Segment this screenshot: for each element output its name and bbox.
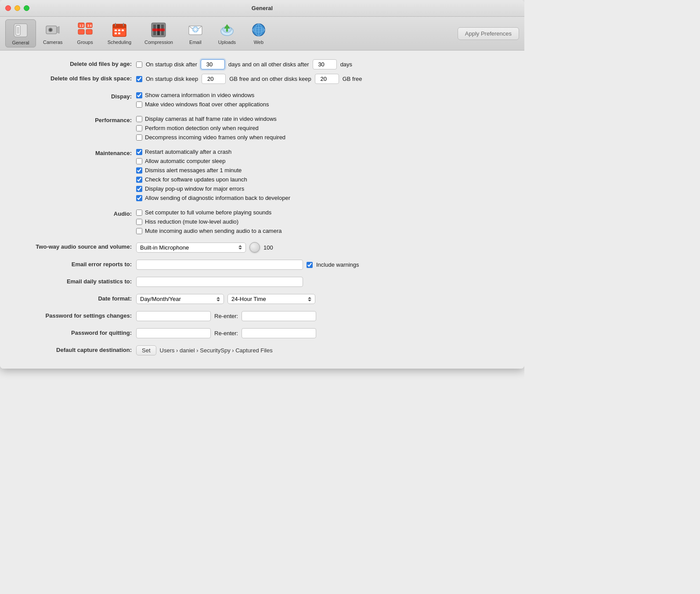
tab-web-label: Web xyxy=(254,40,263,45)
display-option-0: Show camera information in video windows xyxy=(136,92,269,98)
password-quit-reenter-input[interactable] xyxy=(242,328,316,338)
audio-checkbox-2[interactable] xyxy=(136,228,142,234)
two-way-audio-select[interactable]: Built-in Microphone External Microphone … xyxy=(136,243,246,253)
display-checkbox-0[interactable] xyxy=(136,92,142,98)
display-checkbox-1[interactable] xyxy=(136,101,142,108)
tab-uploads[interactable]: Uploads xyxy=(212,19,242,47)
tab-general[interactable]: General xyxy=(5,19,36,47)
capture-dest-controls: Set Users › daniel › SecuritySpy › Captu… xyxy=(136,345,273,355)
password-quit-reenter-label: Re-enter: xyxy=(214,330,238,337)
email-error-row: Email error reports to: Include warnings xyxy=(13,260,511,270)
delete-age-checkbox[interactable] xyxy=(136,62,142,68)
capture-dest-set-button[interactable]: Set xyxy=(136,345,156,355)
audio-volume-slider[interactable] xyxy=(249,242,260,253)
tab-groups[interactable]: 1 2 3 4 Groups xyxy=(70,19,101,47)
email-stats-controls xyxy=(136,277,303,287)
password-settings-label: Password for settings changes: xyxy=(13,311,136,319)
delete-space-middle: GB free and on other disks keep xyxy=(229,76,311,82)
delete-age-row: Delete old files by age: On startup disk… xyxy=(13,59,511,69)
audio-option-0-label: Set computer to full volume before playi… xyxy=(145,209,271,216)
performance-option-2-label: Decompress incoming video frames only wh… xyxy=(145,134,285,141)
two-way-audio-label: Two-way audio source and volume: xyxy=(13,242,136,250)
display-label: Dispay: xyxy=(13,92,136,100)
date-format-row: Date format: Day/Month/Year Month/Day/Ye… xyxy=(13,294,511,304)
password-settings-input[interactable] xyxy=(136,311,211,321)
email-stats-input[interactable] xyxy=(136,277,303,287)
delete-age-label: Delete old files by age: xyxy=(13,59,136,67)
performance-checkbox-2[interactable] xyxy=(136,134,142,141)
maintenance-option-4-label: Display pop-up window for major errors xyxy=(145,185,244,192)
audio-row: Audio: Set computer to full volume befor… xyxy=(13,209,511,234)
delete-age-startup-input[interactable] xyxy=(201,59,225,69)
maintenance-option-2: Dismiss alert messages after 1 minute xyxy=(136,167,290,174)
performance-row: Performance: Display cameras at half fra… xyxy=(13,116,511,141)
close-button[interactable] xyxy=(5,5,11,11)
date-format-select[interactable]: Day/Month/Year Month/Day/Year Year/Month… xyxy=(136,294,224,304)
maintenance-option-3-label: Check for software updates upon launch xyxy=(145,176,247,183)
apply-preferences-button[interactable]: Apply Preferences xyxy=(458,27,519,40)
uploads-icon xyxy=(218,21,236,39)
performance-checkbox-0[interactable] xyxy=(136,116,142,122)
main-content: Delete old files by age: On startup disk… xyxy=(0,51,524,369)
maintenance-checkbox-2[interactable] xyxy=(136,167,142,174)
delete-age-other-input[interactable] xyxy=(313,59,337,69)
two-way-audio-controls: Built-in Microphone External Microphone … xyxy=(136,242,273,253)
password-settings-reenter-input[interactable] xyxy=(242,311,316,321)
tab-scheduling[interactable]: Scheduling xyxy=(101,19,137,47)
audio-checkbox-1[interactable] xyxy=(136,219,142,225)
display-row: Dispay: Show camera information in video… xyxy=(13,92,511,108)
maintenance-option-2-label: Dismiss alert messages after 1 minute xyxy=(145,167,242,174)
email-error-input[interactable] xyxy=(136,260,303,270)
delete-age-suffix: days xyxy=(340,61,352,68)
audio-checkbox-0[interactable] xyxy=(136,210,142,216)
maintenance-option-5-label: Allow sending of diagnostic information … xyxy=(145,195,290,201)
delete-space-checkbox[interactable] xyxy=(136,76,142,82)
delete-age-prefix: On startup disk after xyxy=(146,61,197,68)
svg-rect-37 xyxy=(226,28,228,32)
cameras-icon xyxy=(44,21,61,39)
performance-label: Performance: xyxy=(13,116,136,123)
performance-option-1-label: Perform motion detection only when requi… xyxy=(145,125,259,131)
tab-email[interactable]: Email xyxy=(180,19,211,47)
maintenance-checkbox-5[interactable] xyxy=(136,195,142,201)
maintenance-checkbox-0[interactable] xyxy=(136,149,142,155)
delete-space-label: Delete old files by disk space: xyxy=(13,74,136,82)
maintenance-label: Maintenance: xyxy=(13,148,136,156)
delete-space-other-input[interactable] xyxy=(315,74,339,84)
tab-compression[interactable]: Compression xyxy=(138,19,179,47)
performance-checkbox-1[interactable] xyxy=(136,125,142,131)
capture-dest-label: Default capture destination: xyxy=(13,345,136,353)
password-quit-input[interactable] xyxy=(136,328,211,338)
password-quit-row: Password for quitting: Re-enter: xyxy=(13,328,511,338)
maintenance-checkbox-4[interactable] xyxy=(136,186,142,192)
tab-cameras[interactable]: Cameras xyxy=(37,19,69,47)
maintenance-row: Maintenance: Restart automatically after… xyxy=(13,148,511,201)
password-quit-controls: Re-enter: xyxy=(136,328,316,338)
compression-icon xyxy=(150,21,167,39)
performance-option-0-label: Display cameras at half frame rate in vi… xyxy=(145,116,277,122)
email-error-controls: Include warnings xyxy=(136,260,359,270)
delete-age-controls: On startup disk after days and on all ot… xyxy=(136,59,352,69)
tab-web[interactable]: Web xyxy=(243,19,274,47)
maximize-button[interactable] xyxy=(24,5,29,11)
svg-rect-20 xyxy=(122,29,124,31)
email-icon xyxy=(187,21,204,39)
window-title: General xyxy=(252,5,273,11)
display-option-1-label: Make video windows float over other appl… xyxy=(145,101,269,108)
password-quit-label: Password for quitting: xyxy=(13,328,136,336)
titlebar: General xyxy=(0,0,524,17)
maintenance-option-5: Allow sending of diagnostic information … xyxy=(136,195,290,201)
time-format-select[interactable]: 24-Hour Time 12-Hour Time xyxy=(227,294,315,304)
svg-text:1 2: 1 2 xyxy=(79,24,84,27)
svg-marker-36 xyxy=(224,24,230,29)
toolbar: General Cameras xyxy=(0,17,524,51)
maintenance-checkbox-1[interactable] xyxy=(136,158,142,164)
include-warnings-checkbox[interactable] xyxy=(307,262,313,268)
svg-rect-2 xyxy=(17,27,19,34)
maintenance-checkbox-3[interactable] xyxy=(136,177,142,183)
delete-space-startup-input[interactable] xyxy=(202,74,226,84)
minimize-button[interactable] xyxy=(14,5,20,11)
groups-icon: 1 2 3 4 xyxy=(76,21,94,39)
svg-rect-18 xyxy=(115,29,117,31)
tab-compression-label: Compression xyxy=(144,40,173,45)
